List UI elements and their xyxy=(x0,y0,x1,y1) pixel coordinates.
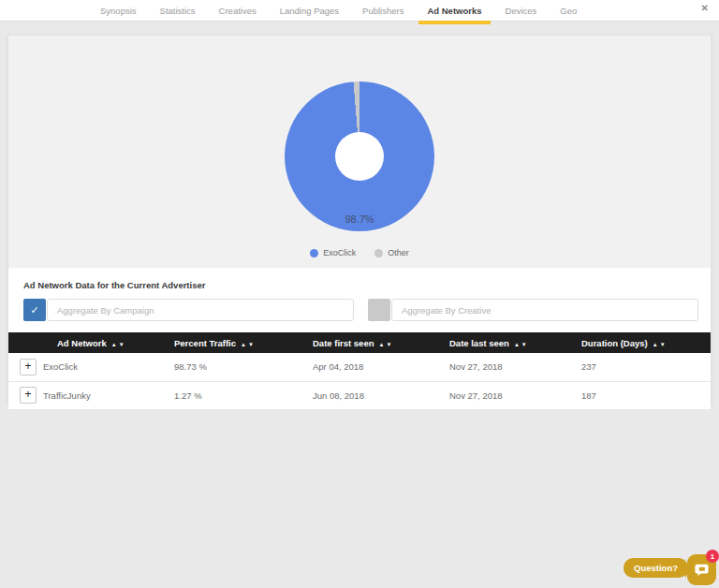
slice-percent-label: 98.7% xyxy=(285,213,434,225)
expand-row-button[interactable]: + xyxy=(20,359,37,375)
col-percent-traffic: Percent Traffic▲▼ xyxy=(174,332,313,353)
aggregate-by-creative-group: Aggregate By Creative xyxy=(368,299,698,321)
section-heading: Ad Network Data for the Current Advertis… xyxy=(23,280,711,290)
sort-icons[interactable]: ▲▼ xyxy=(653,342,668,347)
cell-date-first-seen: Jun 08, 2018 xyxy=(313,381,449,409)
question-button-label: Question? xyxy=(634,563,678,573)
cell-duration-days: 237 xyxy=(581,353,711,381)
col-label: Percent Traffic xyxy=(174,338,236,348)
ad-networks-panel: 98.7% ExoClick Other Ad Network Data for… xyxy=(7,35,712,404)
aggregate-by-campaign-checkbox[interactable]: ✓ xyxy=(23,299,46,321)
sort-icons[interactable]: ▲▼ xyxy=(111,342,126,347)
sort-icons[interactable]: ▲▼ xyxy=(378,342,393,347)
col-duration-days: Duration (Days)▲▼ xyxy=(581,332,711,353)
tab-publishers[interactable]: Publishers xyxy=(360,0,405,21)
chart-legend: ExoClick Other xyxy=(8,248,711,257)
col-label: Date first seen xyxy=(313,338,374,348)
aggregate-by-creative-field[interactable]: Aggregate By Creative xyxy=(391,299,698,321)
aggregate-by-creative-checkbox[interactable] xyxy=(368,299,390,321)
table-row-trafficjunky: + TrafficJunky 1.27 % Jun 08, 2018 Nov 2… xyxy=(8,381,711,409)
table-row-exoclick: + ExoClick 98.73 % Apr 04, 2018 Nov 27, … xyxy=(8,353,711,381)
legend-label: ExoClick xyxy=(323,248,356,257)
cell-ad-network: TrafficJunky xyxy=(43,381,174,409)
tab-devices[interactable]: Devices xyxy=(504,0,539,21)
sort-asc-icon[interactable]: ▲ xyxy=(111,342,119,347)
tab-creatives[interactable]: Creatives xyxy=(217,0,258,21)
sort-desc-icon[interactable]: ▼ xyxy=(248,342,256,347)
donut-chart: 98.7% xyxy=(285,81,434,231)
legend-dot-other-icon xyxy=(374,249,383,257)
cell-percent-traffic: 98.73 % xyxy=(174,353,313,381)
sort-desc-icon[interactable]: ▼ xyxy=(660,342,668,347)
cell-duration-days: 187 xyxy=(581,381,711,409)
tab-landing-pages[interactable]: Landing Pages xyxy=(278,0,341,21)
sort-icons[interactable]: ▲▼ xyxy=(241,342,256,347)
cell-date-first-seen: Apr 04, 2018 xyxy=(313,353,449,381)
legend-item-other[interactable]: Other xyxy=(374,248,409,257)
col-ad-network: Ad Network▲▼ xyxy=(43,332,174,353)
data-section: Ad Network Data for the Current Advertis… xyxy=(8,268,711,410)
col-date-first-seen: Date first seen▲▼ xyxy=(313,332,449,353)
cell-date-last-seen: Nov 27, 2018 xyxy=(449,353,581,381)
chat-bubble-icon xyxy=(694,562,710,578)
sort-asc-icon[interactable]: ▲ xyxy=(653,342,660,347)
aggregate-by-campaign-field[interactable]: Aggregate By Campaign xyxy=(47,299,354,321)
sort-desc-icon[interactable]: ▼ xyxy=(386,342,393,347)
aggregate-by-campaign-group: ✓ Aggregate By Campaign xyxy=(23,299,354,321)
legend-dot-exoclick-icon xyxy=(310,249,318,257)
tab-geo[interactable]: Geo xyxy=(558,0,579,21)
expand-column-header xyxy=(8,332,43,353)
sort-icons[interactable]: ▲▼ xyxy=(514,342,529,347)
table-header-row: Ad Network▲▼ Percent Traffic▲▼ Date firs… xyxy=(8,332,711,353)
aggregate-filters: ✓ Aggregate By Campaign Aggregate By Cre… xyxy=(23,299,698,321)
cell-date-last-seen: Nov 27, 2018 xyxy=(449,381,581,409)
question-button[interactable]: Question? xyxy=(624,558,688,578)
sort-asc-icon[interactable]: ▲ xyxy=(241,342,248,347)
cell-percent-traffic: 1.27 % xyxy=(174,381,313,409)
tab-statistics[interactable]: Statistics xyxy=(158,0,198,21)
legend-item-exoclick[interactable]: ExoClick xyxy=(310,248,356,257)
donut-hole xyxy=(335,132,384,181)
col-date-last-seen: Date last seen▲▼ xyxy=(449,332,581,353)
tab-bar: Synopsis Statistics Creatives Landing Pa… xyxy=(0,0,719,22)
col-label: Date last seen xyxy=(449,338,509,348)
sort-asc-icon[interactable]: ▲ xyxy=(514,342,521,347)
tab-synopsis[interactable]: Synopsis xyxy=(98,0,139,21)
sort-desc-icon[interactable]: ▼ xyxy=(521,342,529,347)
chat-launcher-button[interactable]: 1 xyxy=(687,554,716,585)
tab-ad-networks[interactable]: Ad Networks xyxy=(425,0,483,21)
col-label: Ad Network xyxy=(57,338,107,348)
legend-label: Other xyxy=(388,248,409,257)
cell-ad-network: ExoClick xyxy=(43,353,174,381)
tab-list: Synopsis Statistics Creatives Landing Pa… xyxy=(98,0,719,21)
ad-network-table: Ad Network▲▼ Percent Traffic▲▼ Date firs… xyxy=(8,332,711,410)
col-label: Duration (Days) xyxy=(581,338,648,348)
sort-desc-icon[interactable]: ▼ xyxy=(119,342,126,347)
unread-badge: 1 xyxy=(706,550,719,563)
chart-area: 98.7% ExoClick Other xyxy=(8,36,711,268)
close-icon[interactable]: ✕ xyxy=(701,4,709,13)
expand-row-button[interactable]: + xyxy=(20,387,37,404)
